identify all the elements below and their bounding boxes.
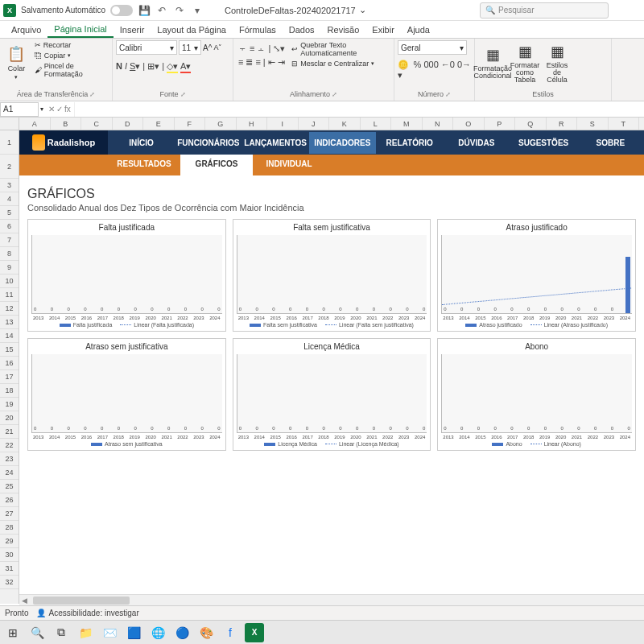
chart-5[interactable]: Abono 000000000000 201320142015201620172… (437, 338, 636, 451)
facebook-icon[interactable]: f (221, 623, 240, 642)
col-header[interactable]: A (19, 118, 51, 130)
row-header[interactable]: 19 (0, 398, 19, 411)
dialog-launcher-icon[interactable]: ⤢ (180, 91, 186, 98)
col-header[interactable]: G (205, 118, 237, 130)
col-header[interactable]: M (391, 118, 423, 130)
decrease-decimal-icon[interactable]: 0→ (457, 60, 471, 80)
thousands-icon[interactable]: 000 (423, 60, 438, 80)
col-header[interactable]: H (237, 118, 268, 130)
row-header[interactable]: 28 (0, 521, 19, 535)
row-header[interactable]: 26 (0, 493, 19, 507)
row-header[interactable]: 8 (0, 247, 19, 261)
row-header[interactable]: 32 (0, 576, 19, 589)
italic-icon[interactable]: I (125, 61, 127, 73)
col-header[interactable]: P (485, 118, 516, 130)
increase-decimal-icon[interactable]: ←0 (441, 60, 455, 80)
col-header[interactable]: B (51, 118, 82, 130)
copy-button[interactable]: ⿻Copiar▾ (33, 51, 109, 60)
menu-tab-inserir[interactable]: Inserir (114, 23, 151, 37)
bold-icon[interactable]: N (116, 61, 122, 73)
row-header[interactable]: 27 (0, 507, 19, 521)
row-header[interactable]: 23 (0, 452, 19, 466)
decrease-indent-icon[interactable]: ⇤ (268, 57, 275, 68)
excel-taskbar-icon[interactable]: X (245, 623, 264, 642)
row-header[interactable]: 30 (0, 548, 19, 562)
search-input[interactable]: 🔍 Pesquisar (480, 2, 609, 19)
undo-icon[interactable]: ↶ (155, 4, 168, 17)
col-header[interactable]: I (267, 118, 299, 130)
chart-1[interactable]: Falta sem justificativa 000000000000 201… (233, 219, 431, 332)
start-button[interactable]: ⊞ (3, 623, 23, 642)
col-header[interactable]: T (609, 118, 640, 130)
accessibility-button[interactable]: 👤 Acessibilidade: investigar (36, 609, 138, 617)
file-explorer-icon[interactable]: 📁 (76, 623, 95, 642)
subnav-resultados[interactable]: RESULTADOS (108, 155, 180, 175)
row-header[interactable]: 22 (0, 439, 19, 452)
row-header[interactable]: 25 (0, 480, 19, 493)
row-header[interactable]: 5 (0, 206, 19, 220)
menu-tab-página-inicial[interactable]: Página Inicial (47, 22, 113, 38)
nav-lançamentos[interactable]: LANÇAMENTOS (242, 132, 309, 154)
row-header[interactable]: 31 (0, 562, 19, 576)
row-header[interactable]: 29 (0, 535, 19, 548)
font-color-icon[interactable]: A▾ (180, 61, 191, 73)
menu-tab-dados[interactable]: Dados (283, 23, 321, 37)
row-header[interactable]: 14 (0, 329, 19, 343)
col-header[interactable]: Q (515, 118, 547, 130)
row-header[interactable]: 10 (0, 275, 19, 288)
menu-tab-revisão[interactable]: Revisão (321, 23, 366, 37)
chrome-icon[interactable]: 🌐 (148, 623, 167, 642)
merge-center-button[interactable]: ⊟Mesclar e Centralizar▾ (290, 59, 390, 68)
accounting-icon[interactable]: 🪙▾ (398, 60, 411, 80)
name-box[interactable]: A1 (0, 102, 39, 117)
cut-button[interactable]: ✂Recortar (33, 40, 109, 50)
row-header[interactable]: 18 (0, 384, 19, 398)
col-header[interactable]: K (329, 118, 361, 130)
dialog-launcher-icon[interactable]: ⤢ (445, 91, 451, 98)
dialog-launcher-icon[interactable]: ⤢ (332, 91, 337, 98)
row-header[interactable]: 21 (0, 425, 19, 439)
align-right-icon[interactable]: ≡ (255, 57, 260, 68)
col-header[interactable]: N (423, 118, 454, 130)
number-format-dropdown[interactable]: Geral▾ (398, 40, 467, 55)
row-header[interactable]: 16 (0, 357, 19, 370)
row-header[interactable]: 4 (0, 192, 19, 206)
task-view-icon[interactable]: ⧉ (52, 623, 71, 642)
sheet-canvas[interactable]: Radalishop INÍCIOFUNCIONÁRIOSLANÇAMENTOS… (19, 130, 644, 604)
percent-icon[interactable]: % (414, 60, 422, 80)
app-icon-2[interactable]: 🎨 (196, 623, 216, 642)
edge-icon[interactable]: 🔵 (172, 623, 192, 642)
align-left-icon[interactable]: ≡ (238, 57, 243, 68)
align-bottom-icon[interactable]: ⫠ (257, 43, 266, 54)
row-header[interactable]: 9 (0, 261, 19, 275)
increase-indent-icon[interactable]: ⇥ (278, 57, 285, 68)
orientation-icon[interactable]: ⤡▾ (273, 43, 285, 54)
chart-0[interactable]: Falta justificada 000000000000 201320142… (27, 219, 226, 332)
save-icon[interactable]: 💾 (138, 4, 151, 17)
row-header[interactable]: 11 (0, 288, 19, 302)
nav-funcionários[interactable]: FUNCIONÁRIOS (175, 132, 242, 154)
increase-font-icon[interactable]: A^ (203, 43, 212, 52)
select-all-corner[interactable] (0, 118, 19, 130)
row-header[interactable]: 6 (0, 220, 19, 233)
underline-icon[interactable]: S▾ (130, 61, 140, 73)
conditional-formatting-button[interactable]: ▦Formatação Condicional (478, 40, 507, 85)
subnav-gráficos[interactable]: GRÁFICOS (180, 155, 253, 175)
fill-color-icon[interactable]: ◇▾ (167, 61, 178, 73)
col-header[interactable]: J (299, 118, 330, 130)
row-header[interactable]: 13 (0, 316, 19, 329)
col-header[interactable]: L (361, 118, 392, 130)
col-header[interactable]: R (547, 118, 578, 130)
col-header[interactable]: C (81, 118, 113, 130)
row-header[interactable]: 3 (0, 179, 19, 192)
align-middle-icon[interactable]: ≡ (250, 43, 254, 54)
row-header[interactable]: 15 (0, 343, 19, 357)
enter-icon[interactable]: ✓ (56, 105, 63, 114)
nav-relatório[interactable]: RELATÓRIO (376, 132, 443, 154)
app-logo[interactable]: Radalishop (19, 130, 108, 155)
subnav-individual[interactable]: INDIVIDUAL (253, 155, 325, 175)
chart-2[interactable]: Atraso justificado 000000000001 20132014… (437, 219, 636, 332)
menu-tab-ajuda[interactable]: Ajuda (401, 23, 436, 37)
col-header[interactable]: E (143, 118, 175, 130)
align-top-icon[interactable]: ⫟ (238, 43, 247, 54)
